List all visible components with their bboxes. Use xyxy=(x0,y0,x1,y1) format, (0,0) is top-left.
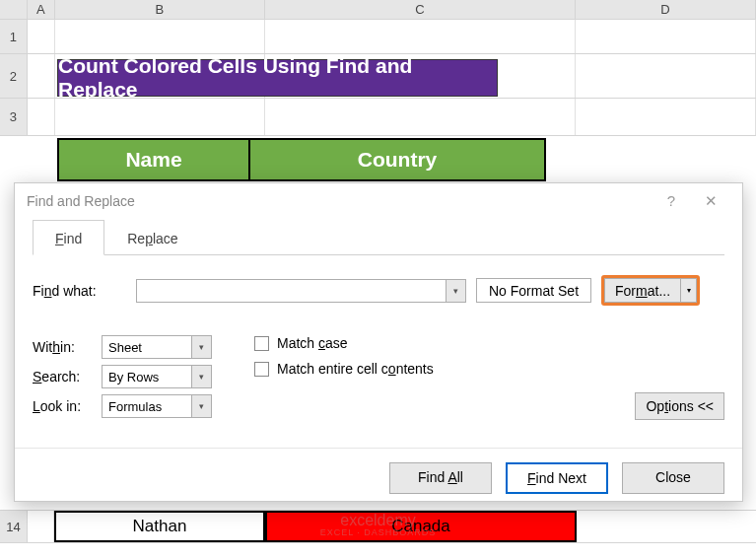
match-case-label: Match case xyxy=(277,335,348,351)
within-select[interactable]: Sheet ▾ xyxy=(102,335,212,359)
tab-replace[interactable]: Replace xyxy=(104,220,200,255)
find-all-button[interactable]: Find All xyxy=(389,462,492,494)
page-title-banner: Count Colored Cells Using Find and Repla… xyxy=(57,59,498,97)
cell-country[interactable]: Canada xyxy=(265,511,577,542)
match-case-checkbox[interactable]: Match case xyxy=(254,335,434,351)
format-preview: No Format Set xyxy=(476,278,591,303)
chevron-down-icon[interactable]: ▾ xyxy=(191,366,211,387)
format-button[interactable]: Format... xyxy=(604,278,681,303)
search-label: Search: xyxy=(33,369,102,384)
find-what-label: Find what: xyxy=(33,283,126,299)
col-header-c[interactable]: C xyxy=(265,0,576,19)
find-next-button[interactable]: Find Next xyxy=(506,462,608,494)
table-header-country: Country xyxy=(250,140,544,179)
within-label: Within: xyxy=(33,339,102,355)
row-header-3[interactable]: 3 xyxy=(0,99,28,135)
row-header-14[interactable]: 14 xyxy=(0,511,28,542)
checkbox-icon xyxy=(254,362,269,377)
data-table: Name Country xyxy=(57,138,546,181)
lookin-select[interactable]: Formulas ▾ xyxy=(102,394,212,418)
column-headers: A B C D xyxy=(0,0,756,20)
chevron-down-icon[interactable]: ▾ xyxy=(446,280,465,302)
select-all-corner[interactable] xyxy=(0,0,28,19)
chevron-down-icon[interactable]: ▾ xyxy=(191,395,211,417)
table-header-name: Name xyxy=(59,140,250,179)
close-button[interactable]: Close xyxy=(622,462,724,494)
match-entire-label: Match entire cell contents xyxy=(277,361,434,377)
dialog-tabs: Find Replace xyxy=(33,220,724,255)
dialog-title: Find and Replace xyxy=(27,193,135,209)
help-icon[interactable]: ? xyxy=(652,192,691,209)
row-header-2[interactable]: 2 xyxy=(0,54,28,98)
checkbox-icon xyxy=(254,336,269,351)
tab-find[interactable]: Find xyxy=(33,220,104,255)
find-what-input[interactable]: ▾ xyxy=(136,279,466,303)
format-button-highlight: Format... ▾ xyxy=(601,275,700,306)
dialog-footer: Find All Find Next Close xyxy=(15,448,742,508)
col-header-b[interactable]: B xyxy=(55,0,265,19)
cell-name[interactable]: Nathan xyxy=(54,511,265,542)
search-select[interactable]: By Rows ▾ xyxy=(102,365,212,388)
row-header-1[interactable]: 1 xyxy=(0,20,28,53)
dialog-titlebar[interactable]: Find and Replace ? ✕ xyxy=(15,183,742,218)
table-row: 14 Nathan Canada xyxy=(0,510,756,543)
close-icon[interactable]: ✕ xyxy=(691,192,730,210)
options-button[interactable]: Options << xyxy=(635,392,724,420)
format-dropdown-icon[interactable]: ▾ xyxy=(681,278,697,303)
match-entire-checkbox[interactable]: Match entire cell contents xyxy=(254,361,434,377)
col-header-a[interactable]: A xyxy=(28,0,55,19)
find-replace-dialog: Find and Replace ? ✕ Find Replace Find w… xyxy=(14,182,743,502)
col-header-d[interactable]: D xyxy=(576,0,756,19)
chevron-down-icon[interactable]: ▾ xyxy=(191,336,211,358)
lookin-label: Look in: xyxy=(33,398,102,414)
